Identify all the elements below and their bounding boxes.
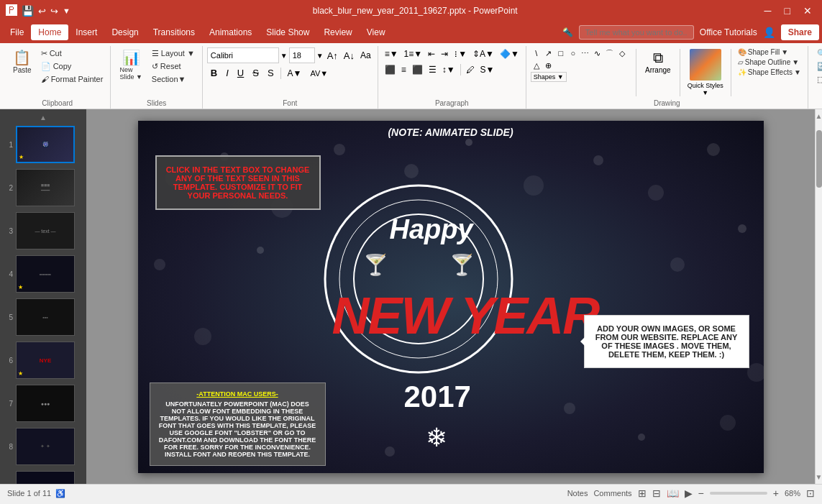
fit-slide-button[interactable]: ⊡: [806, 487, 815, 499]
slide-thumb-5[interactable]: 5 ▪▪▪: [3, 297, 83, 337]
shape-more-tool[interactable]: ⋯: [580, 47, 591, 59]
shape-fill-button[interactable]: 🎨 Shape Fill ▼: [736, 47, 803, 57]
align-left-button[interactable]: ⬛: [383, 63, 398, 76]
close-button[interactable]: ✕: [799, 4, 816, 18]
zoom-out-button[interactable]: −: [698, 487, 704, 499]
notes-button[interactable]: Notes: [567, 489, 588, 498]
speech-bubble[interactable]: ADD YOUR OWN IMAGES, OR SOME FROM OUR WE…: [584, 315, 749, 368]
menu-animations[interactable]: Animations: [202, 24, 259, 40]
office-tutorials-link[interactable]: Office Tutorials: [700, 27, 757, 37]
undo-icon[interactable]: ↩: [38, 6, 46, 17]
font-name-dropdown[interactable]: ▼: [280, 52, 288, 60]
reset-button[interactable]: ↺ Reset: [149, 60, 198, 73]
slide-panel[interactable]: ▲ 1 🎆 ★ 2 ■■■━━━ 3 — text — 4: [0, 109, 86, 484]
scroll-thumb[interactable]: [816, 130, 822, 188]
shape-arrow-tool[interactable]: ↗: [543, 47, 554, 59]
slide-thumb-2[interactable]: 2 ■■■━━━: [3, 168, 83, 208]
menu-slideshow[interactable]: Slide Show: [259, 24, 316, 40]
layout-button[interactable]: ☰ Layout ▼: [149, 47, 198, 60]
shape-outline-button[interactable]: ▱ Shape Outline ▼: [736, 58, 803, 67]
clear-format-button[interactable]: Aa: [358, 50, 373, 61]
increase-font-button[interactable]: A↑: [325, 50, 340, 62]
arrange-button[interactable]: ⧉ Arrange: [641, 47, 675, 76]
highlight-button[interactable]: 🖊: [464, 63, 477, 76]
right-scrollbar[interactable]: ▲ ▼: [815, 109, 822, 484]
menu-design[interactable]: Design: [104, 24, 145, 40]
shapes-expand-button[interactable]: Shapes ▼: [531, 72, 567, 82]
strikethrough-button[interactable]: S: [249, 66, 262, 80]
shape-triangle-tool[interactable]: △: [531, 60, 542, 71]
normal-view-button[interactable]: ⊞: [638, 487, 647, 499]
decrease-font-button[interactable]: A↓: [342, 50, 357, 62]
slide-thumb-9[interactable]: 9 ■ ■: [3, 469, 83, 484]
font-size-dropdown[interactable]: ▼: [316, 52, 324, 60]
comments-button[interactable]: Comments: [593, 489, 631, 498]
shadow-text-button[interactable]: S▼: [478, 63, 497, 76]
line-spacing-button[interactable]: ↕▼: [440, 63, 457, 76]
bold-button[interactable]: B: [207, 66, 221, 80]
slide-thumb-8[interactable]: 8 ✦ ✦: [3, 426, 83, 467]
zoom-slider[interactable]: [710, 492, 767, 495]
menu-review[interactable]: Review: [316, 24, 359, 40]
menu-transitions[interactable]: Transitions: [146, 24, 202, 40]
mac-users-box[interactable]: -ATTENTION MAC USERS- UNFORTUNATELY POWE…: [150, 382, 326, 466]
decrease-indent-button[interactable]: ⇤: [426, 47, 437, 60]
shape-line-tool[interactable]: \: [531, 47, 542, 59]
minimize-button[interactable]: ─: [760, 4, 776, 18]
format-painter-button[interactable]: 🖌 Format Painter: [38, 73, 106, 85]
shape-extra-tool[interactable]: ⊕: [543, 60, 554, 71]
shape-oval-tool[interactable]: ○: [567, 47, 579, 59]
save-icon[interactable]: 💾: [22, 5, 34, 17]
convert-smartart-button[interactable]: 🔷▼: [498, 47, 521, 60]
redo-icon[interactable]: ↪: [50, 6, 58, 17]
slideshow-view-button[interactable]: ▶: [685, 487, 693, 499]
reading-view-button[interactable]: 📖: [667, 487, 679, 499]
shape-connector-tool[interactable]: ⌒: [604, 47, 616, 59]
shape-curve-tool[interactable]: ∿: [592, 47, 603, 59]
shadow-button[interactable]: S: [264, 66, 278, 80]
replace-button[interactable]: 🔄 Replace: [813, 60, 822, 73]
copy-button[interactable]: 📄 Copy: [38, 60, 106, 73]
slide-thumb-3[interactable]: 3 — text —: [3, 211, 83, 251]
tell-me-input[interactable]: [579, 25, 694, 40]
paste-button[interactable]: 📋 Paste: [9, 47, 36, 77]
find-button[interactable]: 🔍 Find: [813, 47, 822, 60]
slide-thumb-4[interactable]: 4 ━━━━ ★: [3, 254, 83, 294]
customize-icon[interactable]: ▼: [63, 6, 70, 15]
zoom-in-button[interactable]: +: [773, 487, 779, 499]
slide-canvas[interactable]: (NOTE: ANIMATED SLIDE) CLICK IN THE TEXT…: [138, 121, 764, 473]
font-name-input[interactable]: [207, 47, 279, 63]
slide-sorter-button[interactable]: ⊟: [652, 487, 661, 499]
shape-effects-button[interactable]: ✨ Shape Effects ▼: [736, 68, 803, 77]
underline-button[interactable]: U: [234, 66, 247, 80]
cut-button[interactable]: ✂ Cut: [38, 47, 106, 60]
numbering-button[interactable]: 1≡▼: [402, 47, 425, 60]
font-size-input[interactable]: [289, 47, 315, 63]
menu-home[interactable]: Home: [31, 24, 68, 40]
justify-button[interactable]: ☰: [426, 63, 439, 76]
instruction-box[interactable]: CLICK IN THE TEXT BOX TO CHANGE ANY OF T…: [155, 155, 321, 210]
section-button[interactable]: Section ▼: [149, 73, 198, 85]
slide-thumb-1[interactable]: 1 🎆 ★: [3, 124, 83, 165]
menu-file[interactable]: File: [3, 24, 31, 40]
increase-indent-button[interactable]: ⇥: [439, 47, 450, 60]
slide-thumb-6[interactable]: 6 NYE ★: [3, 340, 83, 380]
maximize-button[interactable]: □: [780, 4, 795, 18]
text-direction-button[interactable]: ⇕A▼: [470, 47, 496, 60]
shape-rect-tool[interactable]: □: [555, 47, 567, 59]
align-center-button[interactable]: ≡: [399, 63, 408, 76]
shape-diamond-tool[interactable]: ◇: [616, 47, 628, 59]
slide-scroll-up[interactable]: ▲: [3, 114, 83, 122]
slide-thumb-7[interactable]: 7 ●●●: [3, 383, 83, 423]
menu-insert[interactable]: Insert: [68, 24, 104, 40]
select-button[interactable]: ⬚ Select ▼: [813, 73, 822, 86]
align-right-button[interactable]: ⬛: [410, 63, 425, 76]
columns-button[interactable]: ⫶▼: [452, 47, 469, 60]
italic-button[interactable]: I: [222, 66, 232, 80]
share-button[interactable]: Share: [781, 24, 819, 40]
quick-styles-button[interactable]: Quick Styles ▼: [685, 47, 726, 98]
menu-view[interactable]: View: [360, 24, 393, 40]
new-slide-button[interactable]: 📊 NewSlide ▼: [115, 47, 146, 83]
character-spacing-button[interactable]: AV▼: [306, 68, 332, 79]
bullets-button[interactable]: ≡▼: [383, 47, 401, 60]
